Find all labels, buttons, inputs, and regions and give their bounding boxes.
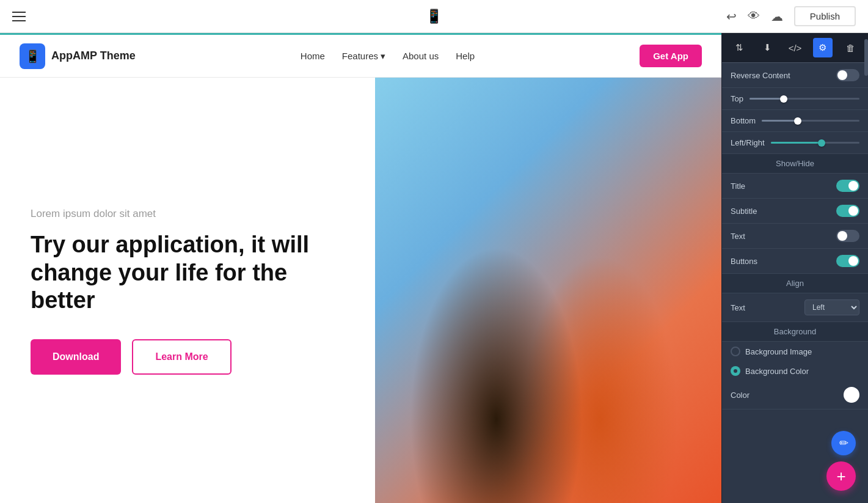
subtitle-row: Subtitle: [722, 199, 868, 224]
bg-image-label: Background Image: [745, 347, 812, 356]
menu-icon[interactable]: [12, 12, 26, 21]
top-toolbar: 📱 ↩ 👁 ☁ Publish: [0, 0, 868, 33]
bottom-slider-track: [762, 120, 859, 122]
panel-download-button[interactable]: ⬇: [757, 38, 777, 57]
eye-icon[interactable]: 👁: [748, 9, 760, 23]
title-label: Title: [731, 182, 745, 191]
reverse-content-toggle[interactable]: [836, 69, 859, 81]
align-header: Align: [722, 274, 868, 293]
people-image-overlay: [375, 78, 721, 503]
hero-buttons: Download Learn More: [31, 339, 345, 375]
left-right-slider-track: [771, 142, 859, 144]
top-slider[interactable]: [749, 98, 859, 100]
buttons-label: Buttons: [731, 257, 757, 266]
background-header: Background: [722, 322, 868, 342]
subtitle-label: Subtitle: [731, 207, 757, 216]
undo-icon[interactable]: ↩: [726, 9, 737, 24]
panel-code-button[interactable]: </>: [785, 38, 804, 57]
bg-image-row: Background Image: [722, 342, 868, 361]
hero-title: Try our application, it will change your…: [31, 231, 345, 315]
hero-section: Lorem ipsum dolor sit amet Try our appli…: [0, 78, 721, 503]
bg-color-label: Background Color: [745, 367, 809, 376]
color-swatch[interactable]: [844, 387, 859, 403]
subtitle-toggle[interactable]: [836, 205, 859, 217]
panel-delete-button[interactable]: 🗑: [841, 38, 860, 57]
title-toggle[interactable]: [836, 180, 859, 192]
website-preview: 📱 AppAMP Theme Home Features ▾ About us …: [0, 33, 721, 503]
hero-background-image: [375, 78, 721, 503]
color-row: Color: [722, 381, 868, 409]
get-app-button[interactable]: Get App: [640, 45, 702, 67]
panel-toolbar: ⇅ ⬇ </> ⚙ 🗑: [722, 33, 868, 63]
bg-image-radio[interactable]: [731, 347, 740, 356]
nav-link-about[interactable]: About us: [403, 51, 439, 61]
nav-link-features[interactable]: Features ▾: [342, 51, 385, 62]
cloud-upload-icon[interactable]: ☁: [771, 9, 783, 24]
toolbar-left: [12, 12, 26, 21]
top-row: Top: [722, 88, 868, 110]
panel-sort-button[interactable]: ⇅: [730, 38, 749, 57]
bg-color-radio[interactable]: [731, 366, 740, 376]
publish-button[interactable]: Publish: [794, 6, 856, 26]
edit-fab-button[interactable]: ✏: [831, 431, 856, 455]
nav-bar: 📱 AppAMP Theme Home Features ▾ About us …: [0, 35, 721, 78]
left-right-slider[interactable]: [771, 142, 859, 144]
nav-link-home[interactable]: Home: [301, 51, 325, 61]
toolbar-center: 📱: [426, 9, 442, 24]
bottom-slider[interactable]: [762, 120, 859, 122]
download-button[interactable]: Download: [31, 339, 121, 375]
text-toggle[interactable]: [836, 230, 859, 242]
color-label: Color: [731, 391, 749, 400]
preview-area: 📱 AppAMP Theme Home Features ▾ About us …: [0, 33, 868, 503]
text-row: Text: [722, 224, 868, 249]
nav-links: Home Features ▾ About us Help: [301, 51, 475, 62]
left-right-row: Left/Right: [722, 132, 868, 154]
hero-subtitle: Lorem ipsum dolor sit amet: [31, 208, 345, 220]
nav-link-help[interactable]: Help: [456, 51, 475, 61]
title-row: Title: [722, 174, 868, 199]
buttons-row: Buttons: [722, 249, 868, 274]
top-label: Top: [731, 94, 743, 103]
nav-logo-icon: 📱: [20, 43, 45, 69]
panel-settings-button[interactable]: ⚙: [813, 38, 833, 57]
learn-more-button[interactable]: Learn More: [132, 339, 231, 375]
text-label: Text: [731, 232, 745, 241]
bottom-label: Bottom: [731, 116, 756, 125]
hero-image-area: [375, 78, 721, 503]
nav-brand: 📱 AppAMP Theme: [20, 43, 136, 69]
hero-left: Lorem ipsum dolor sit amet Try our appli…: [0, 78, 375, 503]
nav-title: AppAMP Theme: [51, 50, 136, 62]
bottom-row: Bottom: [722, 110, 868, 132]
reverse-content-label: Reverse Content: [731, 71, 790, 80]
align-text-label: Text: [731, 303, 745, 312]
toolbar-right: ↩ 👁 ☁ Publish: [726, 6, 856, 26]
add-fab-button[interactable]: +: [826, 461, 856, 491]
bg-color-row: Background Color: [722, 361, 868, 381]
show-hide-header: Show/Hide: [722, 154, 868, 174]
reverse-content-row: Reverse Content: [722, 63, 868, 88]
chevron-down-icon: ▾: [381, 51, 385, 62]
left-right-label: Left/Right: [731, 138, 765, 147]
scroll-indicator: [864, 39, 868, 76]
phone-preview-icon[interactable]: 📱: [426, 9, 442, 24]
top-slider-track: [749, 98, 859, 100]
text-align-row: Text Left Center Right: [722, 293, 868, 322]
buttons-toggle[interactable]: [836, 255, 859, 267]
sidebar-panel: ⇅ ⬇ </> ⚙ 🗑 Reverse Content Top: [721, 33, 868, 503]
align-text-select[interactable]: Left Center Right: [804, 299, 859, 315]
